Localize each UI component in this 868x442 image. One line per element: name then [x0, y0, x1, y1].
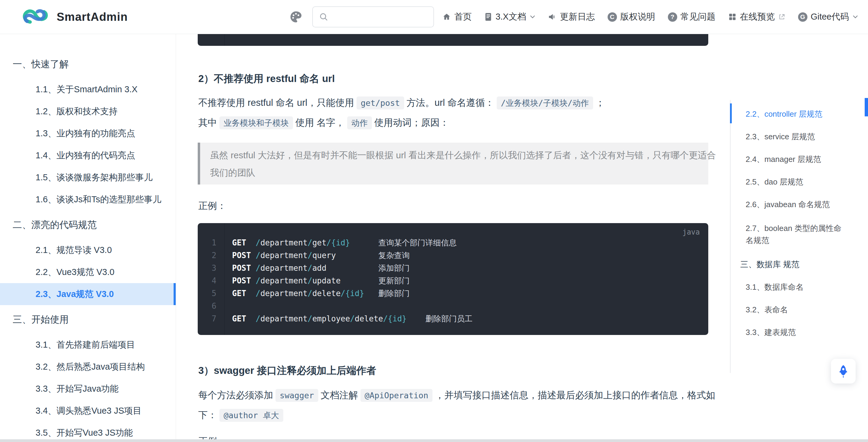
- text-segment: 下：: [198, 410, 217, 420]
- anchor-toc: 2.2、controller 层规范2.3、service 层规范2.4、man…: [731, 102, 863, 344]
- sidebar-item[interactable]: 3.5、开始写Vue3 JS功能: [0, 422, 176, 442]
- sidebar-item-label: 2.1、规范导读 V3.0: [36, 244, 112, 256]
- sidebar-item-label: 1.6、谈谈Js和Ts的选型那些事儿: [36, 194, 161, 206]
- sidebar-item[interactable]: 3.2、然后熟悉Java项目结构: [0, 356, 176, 378]
- nav-label: 在线预览: [740, 11, 775, 23]
- search-box[interactable]: [312, 6, 434, 27]
- blockquote-line: 虽然 restful 大法好，但是有时并不能一眼根据 url 看出来是什么操作，…: [210, 147, 699, 164]
- sidebar-item[interactable]: 3.4、调头熟悉Vue3 JS项目: [0, 400, 176, 422]
- text-segment: 文档注解: [321, 390, 358, 401]
- toc-section-title[interactable]: 三、数据库 规范: [731, 253, 863, 275]
- nav-item-gitee[interactable]: G Gitee代码: [798, 11, 858, 23]
- sidebar-item[interactable]: 1.2、版权和技术支持: [0, 100, 176, 122]
- sidebar-item[interactable]: 2.1、规范导读 V3.0: [0, 239, 176, 261]
- sidebar-item-label: 1.2、版权和技术支持: [36, 106, 118, 118]
- vertical-scrollbar-thumb[interactable]: [865, 98, 868, 116]
- inline-code: @ApiOperation: [361, 389, 433, 402]
- sidebar-item-label: 3.1、首先搭建前后端项目: [36, 339, 135, 351]
- nav-item-home[interactable]: 首页: [442, 11, 472, 23]
- blockquote-restful-note: 虽然 restful 大法好，但是有时并不能一眼根据 url 看出来是什么操作，…: [198, 143, 708, 184]
- home-icon: [442, 13, 451, 21]
- sidebar-item[interactable]: 1.5、谈谈微服务架构那些事儿: [0, 167, 176, 188]
- back-to-top-button[interactable]: [831, 359, 856, 384]
- blockquote-line: 我们的团队: [210, 164, 699, 181]
- top-navbar: SmartAdmin 首页: [0, 0, 868, 34]
- sidebar-item-label: 1.4、业内独有的代码亮点: [36, 150, 135, 161]
- toc-item[interactable]: 3.1、数据库命名: [731, 275, 863, 298]
- toc-item[interactable]: 2.6、javabean 命名规范: [731, 193, 863, 215]
- code-line: POST /department/add 添加部门: [232, 262, 708, 274]
- theme-palette-icon[interactable]: [289, 10, 303, 24]
- sidebar-item[interactable]: 1.3、业内独有的功能亮点: [0, 122, 176, 144]
- sidebar-item-label: 1.1、关于SmartAdmin 3.X: [36, 84, 137, 95]
- grid-icon: [728, 13, 737, 21]
- sidebar-item[interactable]: 1.1、关于SmartAdmin 3.X: [0, 79, 176, 100]
- text-segment: 不推荐使用 restful 命名 url，只能使用: [198, 97, 354, 108]
- sidebar-section-title[interactable]: 一、快速了解: [0, 53, 176, 75]
- code-line: GET /department/delete/{id} 删除部门: [232, 287, 708, 300]
- nav-label: Gitee代码: [811, 11, 849, 23]
- gitee-icon: G: [798, 12, 807, 22]
- sidebar-item-label: 2.3、Java规范 V3.0: [36, 288, 114, 300]
- brand-logo[interactable]: SmartAdmin: [22, 7, 128, 26]
- nav-item-docs[interactable]: 3.X文档: [484, 11, 535, 23]
- inline-code: /业务模块/子模块/动作: [497, 96, 593, 110]
- paragraph-swagger-2: 下：@author 卓大: [198, 409, 286, 421]
- horizontal-scrollbar[interactable]: [0, 439, 868, 442]
- brand-name: SmartAdmin: [57, 10, 128, 24]
- sidebar-item-label: 3.5、开始写Vue3 JS功能: [36, 427, 133, 439]
- toc-item[interactable]: 2.7、boolean 类型的属性命 名规范: [731, 215, 863, 250]
- inline-code: @author 卓大: [219, 409, 283, 422]
- sidebar-item-label: 3.3、开始写Java功能: [36, 383, 119, 395]
- sidebar-item[interactable]: 3.1、首先搭建前后端项目: [0, 334, 176, 356]
- sidebar-section-title[interactable]: 二、漂亮的代码规范: [0, 214, 176, 236]
- nav-item-changelog[interactable]: 更新日志: [548, 11, 595, 23]
- sidebar-item[interactable]: 2.3、Java规范 V3.0: [0, 283, 176, 305]
- toc-item[interactable]: 3.3、建表规范: [731, 321, 863, 344]
- sidebar-item[interactable]: 1.4、业内独有的代码亮点: [0, 144, 176, 167]
- text-segment: ；: [595, 97, 605, 108]
- nav-label: 3.X文档: [495, 11, 526, 23]
- nav-label: 常见问题: [681, 11, 715, 23]
- code-line: GET /department/get/{id} 查询某个部门详细信息: [232, 236, 708, 249]
- smartadmin-logo-icon: [22, 7, 50, 26]
- nav-item-license[interactable]: C 版权说明: [608, 11, 655, 23]
- sidebar-item-label: 1.5、谈谈微服务架构那些事儿: [36, 172, 153, 184]
- code-block-partial: [198, 34, 708, 46]
- sidebar-item[interactable]: 1.6、谈谈Js和Ts的选型那些事儿: [0, 188, 176, 210]
- chevron-down-icon: [530, 16, 535, 19]
- search-icon: [319, 12, 329, 22]
- search-input[interactable]: [333, 12, 424, 22]
- code-gutter-divider: [224, 34, 225, 46]
- sidebar-item[interactable]: 3.3、开始写Java功能: [0, 378, 176, 400]
- paragraph-url-naming-2: 其中业务模块和子模块使用 名字，动作使用动词；原因：: [198, 116, 449, 129]
- code-language-label: java: [682, 228, 700, 236]
- nav-label: 版权说明: [620, 11, 655, 23]
- sidebar-item[interactable]: 2.2、Vue3规范 V3.0: [0, 261, 176, 283]
- sidebar: 一、快速了解1.1、关于SmartAdmin 3.X1.2、版权和技术支持1.3…: [0, 34, 176, 442]
- text-segment: ，并填写接口描述信息，描述最后必须加上接口的作者信息，格式如: [435, 390, 715, 401]
- nav-item-preview[interactable]: 在线预览: [728, 11, 785, 23]
- active-indicator-bar: [174, 283, 176, 305]
- text-segment: 每个方法必须添加: [198, 390, 273, 401]
- copyright-icon: C: [608, 12, 617, 22]
- toc-item[interactable]: 3.2、表命名: [731, 298, 863, 321]
- text-segment: 使用 名字，: [296, 117, 345, 128]
- external-link-icon: [778, 13, 785, 21]
- toc-item[interactable]: 2.3、service 层规范: [731, 125, 863, 148]
- inline-code: 动作: [347, 116, 372, 129]
- text-segment: 使用动词；原因：: [374, 117, 449, 128]
- nav-item-faq[interactable]: ? 常见问题: [668, 11, 715, 23]
- code-lines: GET /department/get/{id} 查询某个部门详细信息POST …: [198, 223, 708, 325]
- toc-item[interactable]: 2.5、dao 层规范: [731, 170, 863, 193]
- code-line: POST /department/query 复杂查询: [232, 249, 708, 262]
- toc-item[interactable]: 2.2、controller 层规范: [731, 102, 863, 125]
- sidebar-item-label: 三、开始使用: [13, 313, 69, 326]
- code-block-url-examples: 1234567 GET /department/get/{id} 查询某个部门详…: [198, 223, 708, 335]
- section-heading-2: 2）不推荐使用 restful 命名 url: [198, 72, 335, 86]
- sidebar-section-title[interactable]: 三、开始使用: [0, 308, 176, 330]
- sidebar-item-label: 3.4、调头熟悉Vue3 JS项目: [36, 405, 142, 417]
- positive-example-label: 正例：: [198, 200, 226, 212]
- toc-item[interactable]: 2.4、manager 层规范: [731, 148, 863, 170]
- chevron-down-icon: [853, 16, 858, 19]
